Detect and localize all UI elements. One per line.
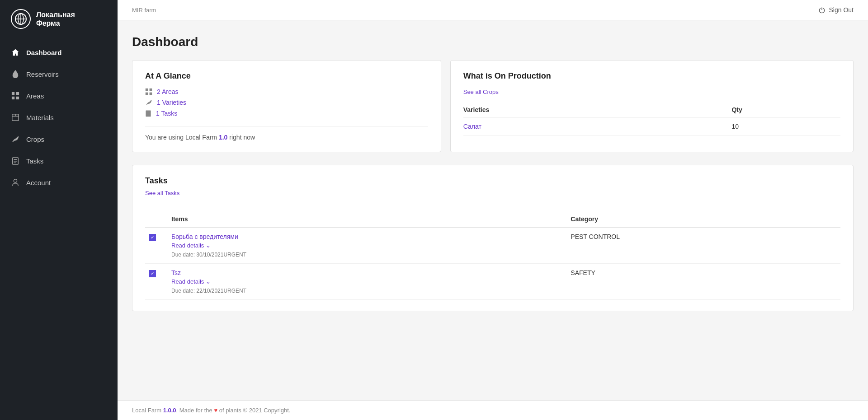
tasks-glance-icon <box>145 110 151 117</box>
read-details-2[interactable]: Read details ⌄ <box>171 278 211 285</box>
heart-icon: ♥ <box>214 407 217 414</box>
due-date-1: Due date: 30/10/2021URGENT <box>171 252 563 258</box>
tasks-section: Tasks See all Tasks Items Category <box>132 165 854 311</box>
see-all-crops-link[interactable]: See all Crops <box>463 89 499 95</box>
category-cell-1: PEST CONTROL <box>567 228 840 264</box>
glance-items: 2 Areas 1 Varieties 1 Tasks <box>145 88 428 117</box>
sidebar-item-account[interactable]: Account <box>0 172 118 193</box>
sidebar-item-label: Account <box>26 179 51 187</box>
varieties-glance-icon <box>145 99 152 106</box>
due-date-text-1: Due date: 30/10/2021 <box>171 252 223 258</box>
svg-rect-20 <box>150 93 152 95</box>
cards-row: At A Glance 2 Areas 1 Varieties 1 Tasks <box>132 60 854 152</box>
sidebar-logo: ЛокальнаяФерма <box>0 0 118 38</box>
due-date-2: Due date: 22/10/2021URGENT <box>171 288 563 294</box>
items-col-header: Items <box>168 211 567 228</box>
qty-col-header: Qty <box>731 103 840 117</box>
sidebar-item-areas[interactable]: Areas <box>0 85 118 107</box>
home-icon <box>11 48 20 57</box>
svg-rect-7 <box>16 97 19 99</box>
production-title: What is On Production <box>463 71 840 81</box>
farm-name: MIR farm <box>132 7 156 14</box>
box-icon <box>11 113 20 122</box>
glance-varieties: 1 Varieties <box>145 99 428 106</box>
sign-out-label: Sign Out <box>829 6 854 14</box>
task-check-cell-1 <box>145 228 168 264</box>
sidebar-item-tasks[interactable]: Tasks <box>0 150 118 172</box>
check-col <box>145 211 168 228</box>
production-table: Varieties Qty Салат 10 <box>463 103 840 136</box>
person-icon <box>11 178 20 187</box>
svg-rect-18 <box>150 89 152 91</box>
sidebar-item-materials[interactable]: Materials <box>0 107 118 128</box>
see-all-tasks-link[interactable]: See all Tasks <box>145 190 179 196</box>
main-content: MIR farm Sign Out Dashboard At A Glance … <box>118 0 868 420</box>
areas-glance-icon <box>145 88 152 95</box>
sidebar-item-label: Materials <box>26 114 54 121</box>
sign-out-button[interactable]: Sign Out <box>818 6 854 14</box>
varieties-col-header: Varieties <box>463 103 732 117</box>
urgent-badge-2: URGENT <box>223 288 246 294</box>
task-check-cell-2 <box>145 264 168 300</box>
svg-rect-5 <box>16 92 19 95</box>
variety-cell: Салат <box>463 117 732 136</box>
logo-text: ЛокальнаяФерма <box>36 10 75 28</box>
urgent-badge-1: URGENT <box>223 252 246 258</box>
svg-rect-21 <box>146 111 151 117</box>
production-row: Салат 10 <box>463 117 840 136</box>
footer-version: 1.0.0 <box>163 407 176 414</box>
tasks-section-title: Tasks <box>145 176 840 186</box>
sidebar-item-label: Dashboard <box>26 49 61 56</box>
sidebar-item-label: Reservoirs <box>26 70 59 78</box>
tasks-link[interactable]: 1 Tasks <box>156 110 177 117</box>
at-a-glance-card: At A Glance 2 Areas 1 Varieties 1 Tasks <box>132 60 441 152</box>
power-icon <box>818 6 826 14</box>
at-a-glance-title: At A Glance <box>145 71 428 81</box>
svg-rect-19 <box>146 93 148 95</box>
production-card: What is On Production See all Crops Vari… <box>450 60 854 152</box>
qty-cell: 10 <box>731 117 840 136</box>
drop-icon <box>11 70 20 79</box>
task-item-cell-1: Борьба с вредителями Read details ⌄ Due … <box>168 228 567 264</box>
task-item-cell-2: Tsz Read details ⌄ Due date: 22/10/2021U… <box>168 264 567 300</box>
page-content: Dashboard At A Glance 2 Areas 1 Varietie… <box>118 20 868 400</box>
areas-link[interactable]: 2 Areas <box>157 88 178 95</box>
due-date-text-2: Due date: 22/10/2021 <box>171 288 223 294</box>
sidebar-item-label: Crops <box>26 135 44 143</box>
footer-text: Local Farm 1.0.0. Made for the ♥ of plan… <box>132 407 290 414</box>
sidebar-item-label: Areas <box>26 92 44 100</box>
read-details-1[interactable]: Read details ⌄ <box>171 242 211 249</box>
category-cell-2: SAFETY <box>567 264 840 300</box>
svg-rect-17 <box>146 89 148 91</box>
sidebar-item-label: Tasks <box>26 157 43 165</box>
svg-point-16 <box>14 179 17 182</box>
footer: Local Farm 1.0.0. Made for the ♥ of plan… <box>118 400 868 420</box>
task-checkbox-2[interactable] <box>149 270 156 277</box>
task-checkbox-1[interactable] <box>149 234 156 241</box>
tasks-table: Items Category Борьба с вредителями Read… <box>145 211 840 300</box>
topbar: MIR farm Sign Out <box>118 0 868 20</box>
task-name-2[interactable]: Tsz <box>171 269 563 276</box>
sidebar: ЛокальнаяФерма Dashboard Reservoirs Area… <box>0 0 118 420</box>
table-row: Tsz Read details ⌄ Due date: 22/10/2021U… <box>145 264 840 300</box>
sidebar-item-crops[interactable]: Crops <box>0 128 118 150</box>
sidebar-item-reservoirs[interactable]: Reservoirs <box>0 63 118 85</box>
glance-areas: 2 Areas <box>145 88 428 95</box>
glance-divider <box>145 126 428 126</box>
using-text: You are using Local Farm 1.0 right now <box>145 134 428 141</box>
sidebar-nav: Dashboard Reservoirs Areas Materials Cro… <box>0 38 118 420</box>
leaf-icon <box>11 135 20 144</box>
logo-icon <box>11 9 31 29</box>
task-icon <box>11 156 20 165</box>
table-row: Борьба с вредителями Read details ⌄ Due … <box>145 228 840 264</box>
sidebar-item-dashboard[interactable]: Dashboard <box>0 42 118 63</box>
task-name-1[interactable]: Борьба с вредителями <box>171 233 563 240</box>
varieties-link[interactable]: 1 Varieties <box>157 99 186 106</box>
svg-rect-6 <box>12 97 14 99</box>
glance-tasks: 1 Tasks <box>145 110 428 117</box>
category-col-header: Category <box>567 211 840 228</box>
page-title: Dashboard <box>132 35 854 49</box>
variety-link[interactable]: Салат <box>463 123 481 130</box>
grid-icon <box>11 91 20 100</box>
svg-rect-4 <box>12 92 14 95</box>
